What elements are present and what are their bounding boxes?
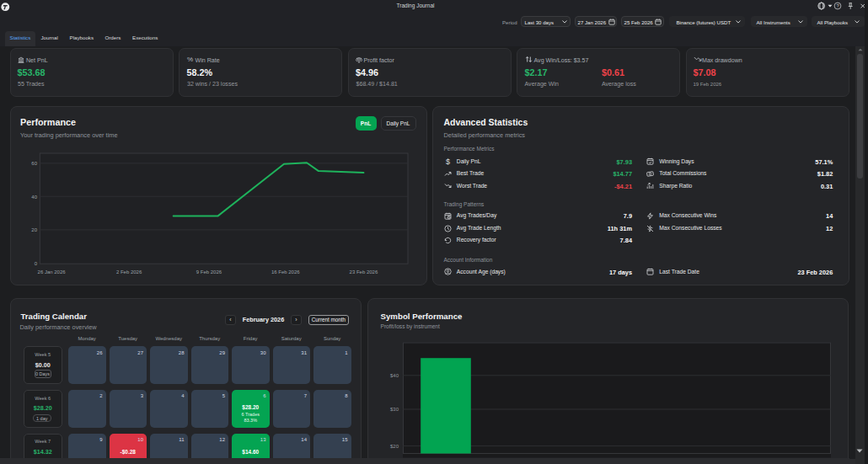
svg-text:?: ? [836,3,839,8]
svg-text:60: 60 [31,161,37,166]
svg-text:20: 20 [31,227,37,232]
svg-text:$30: $30 [390,407,399,412]
svg-text:$: $ [446,157,450,165]
svg-text:2 Feb 2026: 2 Feb 2026 [116,269,142,275]
svg-text:26 Jan 2026: 26 Jan 2026 [38,269,67,275]
svg-text:$20: $20 [390,444,399,449]
svg-text:$40: $40 [390,373,399,378]
svg-text:16 Feb 2026: 16 Feb 2026 [271,269,300,275]
svg-text:23 Feb 2026: 23 Feb 2026 [350,269,378,275]
svg-text:9 Feb 2026: 9 Feb 2026 [196,269,222,275]
svg-text:40: 40 [31,195,37,200]
svg-text:0: 0 [35,261,38,266]
